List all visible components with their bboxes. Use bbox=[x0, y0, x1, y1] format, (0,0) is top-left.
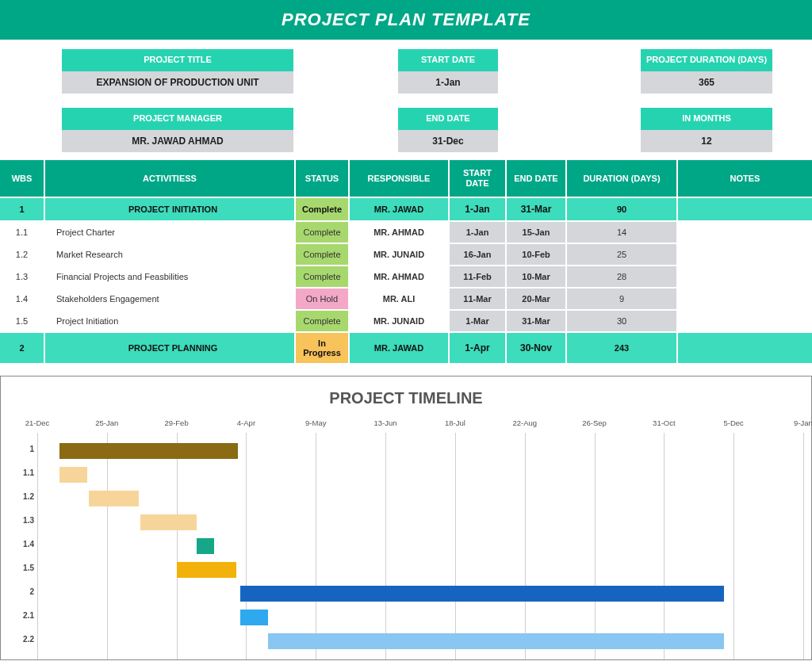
table-row: 1.5Project InitiationCompleteMR. JUNAID1… bbox=[0, 310, 812, 332]
gantt-row: 1.1 bbox=[37, 463, 803, 487]
cell-notes bbox=[677, 197, 812, 221]
cell-status: On Hold bbox=[295, 288, 349, 310]
timeline-section: PROJECT TIMELINE 21-Dec25-Jan29-Feb4-Apr… bbox=[0, 376, 812, 660]
gantt-row-label: 2.2 bbox=[12, 635, 34, 644]
x-tick: 25-Jan bbox=[95, 418, 118, 427]
x-tick: 9-Jan bbox=[794, 418, 812, 427]
timeline-chart: 21-Dec25-Jan29-Feb4-Apr9-May13-Jun18-Jul… bbox=[37, 418, 803, 659]
label-project-title: PROJECT TITLE bbox=[62, 49, 293, 71]
meta-row-2: PROJECT MANAGER MR. JAWAD AHMAD END DATE… bbox=[0, 94, 812, 160]
gantt-bar bbox=[89, 491, 139, 506]
x-tick: 4-Apr bbox=[237, 418, 255, 427]
cell-wbs: 1.2 bbox=[0, 243, 44, 266]
gantt-bar bbox=[140, 514, 196, 530]
value-start-date: 1-Jan bbox=[398, 71, 498, 94]
cell-duration: 243 bbox=[566, 332, 677, 364]
cell-responsible: MR. JUNAID bbox=[349, 310, 449, 332]
label-duration: PROJECT DURATION (DAYS) bbox=[641, 49, 772, 71]
gantt-row-label: 2 bbox=[12, 587, 34, 596]
cell-start: 1-Jan bbox=[449, 221, 506, 243]
cell-end: 31-Mar bbox=[506, 197, 566, 221]
gantt-row: 2.2 bbox=[37, 629, 803, 653]
label-months: IN MONTHS bbox=[641, 108, 772, 130]
gantt-row: 1.4 bbox=[37, 534, 803, 558]
x-tick: 29-Feb bbox=[165, 418, 189, 427]
cell-activity: Project Charter bbox=[44, 221, 295, 243]
cell-wbs: 1.4 bbox=[0, 288, 44, 310]
cell-wbs: 1.1 bbox=[0, 221, 44, 243]
cell-notes bbox=[677, 310, 812, 332]
x-tick: 22-Aug bbox=[512, 418, 537, 427]
cell-activity: Market Research bbox=[44, 243, 295, 266]
table-row: 1.2Market ResearchCompleteMR. JUNAID16-J… bbox=[0, 243, 812, 266]
gantt-row-label: 1.3 bbox=[12, 516, 34, 525]
gantt-bar bbox=[268, 633, 724, 649]
cell-end: 31-Mar bbox=[506, 310, 566, 332]
col-responsible: RESPONSIBLE bbox=[349, 160, 449, 197]
meta-row-1: PROJECT TITLE EXPANSION OF PRODUCTION UN… bbox=[0, 40, 812, 94]
value-duration: 365 bbox=[641, 71, 772, 94]
cell-duration: 9 bbox=[566, 288, 677, 310]
cell-notes bbox=[677, 332, 812, 364]
table-row: 1.3Financial Projects and FeasbilitiesCo… bbox=[0, 266, 812, 288]
label-start-date: START DATE bbox=[398, 49, 498, 71]
col-notes: NOTES bbox=[677, 160, 812, 197]
cell-activity: Stakeholders Engagement bbox=[44, 288, 295, 310]
gantt-row: 1 bbox=[37, 439, 803, 463]
cell-notes bbox=[677, 243, 812, 266]
cell-start: 1-Apr bbox=[449, 332, 506, 364]
cell-wbs: 1.5 bbox=[0, 310, 44, 332]
gantt-row-label: 1.1 bbox=[12, 468, 34, 477]
cell-status: Complete bbox=[295, 310, 349, 332]
cell-status: Complete bbox=[295, 197, 349, 221]
timeline-title: PROJECT TIMELINE bbox=[9, 384, 803, 418]
cell-responsible: MR. JAWAD bbox=[349, 332, 449, 364]
label-project-manager: PROJECT MANAGER bbox=[62, 108, 293, 130]
cell-activity: Financial Projects and Feasbilities bbox=[44, 266, 295, 288]
cell-start: 16-Jan bbox=[449, 243, 506, 266]
gantt-bar bbox=[240, 586, 724, 602]
cell-end: 10-Mar bbox=[506, 266, 566, 288]
cell-wbs: 1.3 bbox=[0, 266, 44, 288]
col-end: END DATE bbox=[506, 160, 566, 197]
gantt-row: 1.2 bbox=[37, 487, 803, 510]
gantt-bar bbox=[177, 562, 236, 578]
cell-end: 30-Nov bbox=[506, 332, 566, 364]
gantt-bar bbox=[197, 538, 215, 554]
label-end-date: END DATE bbox=[398, 108, 498, 130]
x-tick: 31-Oct bbox=[653, 418, 676, 427]
cell-duration: 25 bbox=[566, 243, 677, 266]
gantt-row: 1.3 bbox=[37, 510, 803, 534]
plan-table: WBS ACTIVITIESS STATUS RESPONSIBLE START… bbox=[0, 160, 812, 365]
gantt-row: 1.5 bbox=[37, 558, 803, 582]
cell-start: 1-Jan bbox=[449, 197, 506, 221]
x-tick: 5-Dec bbox=[724, 418, 744, 427]
cell-duration: 30 bbox=[566, 310, 677, 332]
cell-end: 10-Feb bbox=[506, 243, 566, 266]
table-row: 2PROJECT PLANNINGIn ProgressMR. JAWAD1-A… bbox=[0, 332, 812, 364]
cell-status: In Progress bbox=[295, 332, 349, 364]
col-status: STATUS bbox=[295, 160, 349, 197]
gantt-row-label: 1 bbox=[12, 445, 34, 453]
gantt-bar bbox=[59, 467, 87, 483]
gantt-row: 2.1 bbox=[37, 606, 803, 629]
table-row: 1PROJECT INITIATIONCompleteMR. JAWAD1-Ja… bbox=[0, 197, 812, 221]
cell-activity: PROJECT INITIATION bbox=[44, 197, 295, 221]
cell-duration: 14 bbox=[566, 221, 677, 243]
gridline bbox=[803, 433, 804, 659]
cell-duration: 90 bbox=[566, 197, 677, 221]
x-tick: 26-Sep bbox=[582, 418, 607, 427]
value-end-date: 31-Dec bbox=[398, 130, 498, 152]
cell-end: 15-Jan bbox=[506, 221, 566, 243]
cell-responsible: MR. ALI bbox=[349, 288, 449, 310]
gantt-bar bbox=[240, 610, 268, 625]
x-tick: 21-Dec bbox=[25, 418, 50, 427]
gantt-bar bbox=[59, 443, 239, 459]
gantt-row-label: 1.2 bbox=[12, 492, 34, 501]
cell-start: 11-Feb bbox=[449, 266, 506, 288]
cell-notes bbox=[677, 288, 812, 310]
cell-status: Complete bbox=[295, 243, 349, 266]
cell-responsible: MR. AHMAD bbox=[349, 266, 449, 288]
table-row: 1.1Project CharterCompleteMR. AHMAD1-Jan… bbox=[0, 221, 812, 243]
gantt-row-label: 1.4 bbox=[12, 540, 34, 548]
